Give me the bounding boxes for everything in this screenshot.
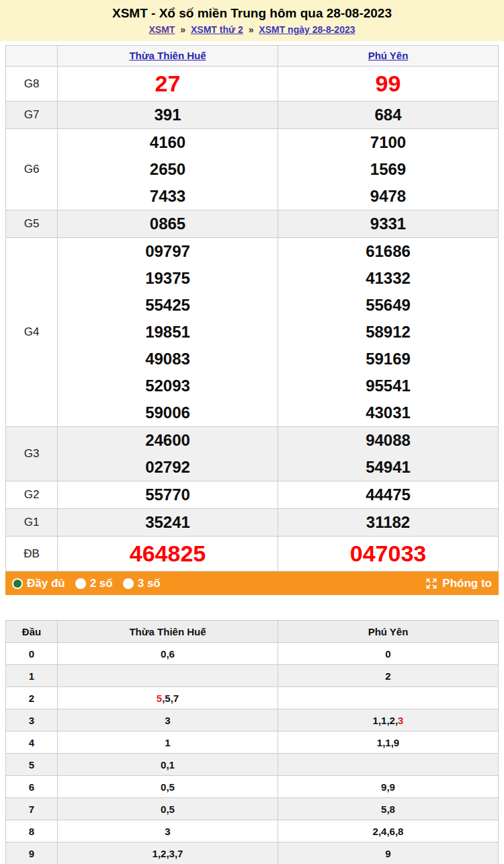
radio-option-2-so[interactable]: 2 số — [75, 577, 113, 590]
radio-label: Đầy đủ — [27, 577, 65, 590]
prize-number: 1569 — [278, 156, 498, 183]
prize-cell-hue: 416026507433 — [58, 129, 278, 210]
dau-value-highlight: 5 — [157, 693, 162, 704]
dau-digit: 3 — [6, 709, 58, 732]
prize-number: 55425 — [58, 292, 278, 319]
prize-number: 44475 — [278, 481, 498, 508]
prize-cell-hue: 27 — [58, 67, 278, 102]
radio-label: 2 số — [90, 577, 113, 590]
prize-number: 27 — [58, 67, 278, 101]
dau-cell-phu-yen: 1,1,9 — [278, 732, 499, 754]
prize-number: 61686 — [278, 238, 498, 265]
results-row-G4: G409797193755542519851490835209359006616… — [6, 238, 499, 427]
dau-row-5: 50,1 — [6, 754, 499, 776]
results-header-phu-yen-cell: Phú Yên — [278, 46, 499, 67]
prize-label: G5 — [6, 210, 58, 238]
dau-digit: 1 — [6, 665, 58, 687]
prize-number: 49083 — [58, 346, 278, 372]
prize-label: G4 — [6, 238, 58, 427]
dau-value: 1,1,2, — [373, 715, 398, 726]
prize-number: 55649 — [278, 292, 498, 319]
prize-cell-phu-yen: 710015699478 — [278, 129, 499, 210]
dau-header-digit-cell: Đầu — [6, 621, 58, 643]
breadcrumb: XSMT » XSMT thứ 2 » XSMT ngày 28-8-2023 — [0, 24, 504, 35]
prize-cell-phu-yen: 047033 — [278, 537, 499, 572]
prize-number: 59006 — [58, 399, 278, 426]
radio-icon[interactable] — [123, 578, 134, 589]
prize-number: 19375 — [58, 265, 278, 292]
dau-value: 5,8 — [381, 803, 395, 815]
dau-row-3: 331,1,2,3 — [6, 709, 499, 732]
breadcrumb-separator: » — [249, 24, 254, 35]
prize-cell-hue: 0865 — [58, 210, 278, 238]
zoom-button[interactable]: Phóng to — [425, 577, 492, 590]
dau-value: 0,5 — [161, 803, 175, 815]
prize-number: 7100 — [278, 129, 498, 156]
breadcrumb-link-xsmt-thu-2[interactable]: XSMT thứ 2 — [191, 24, 243, 35]
prize-label: G8 — [6, 67, 58, 102]
prize-number: 047033 — [278, 537, 498, 571]
prize-number: 24600 — [58, 427, 278, 454]
dau-cell-hue — [58, 665, 278, 687]
breadcrumb-link-xsmt-ngay[interactable]: XSMT ngày 28-8-2023 — [259, 24, 355, 35]
dau-cell-hue: 1 — [58, 732, 278, 754]
prize-cell-hue: 464825 — [58, 537, 278, 572]
dau-row-9: 91,2,3,79 — [6, 842, 499, 864]
dau-cell-phu-yen — [278, 687, 499, 709]
results-table: Thừa Thiên Huế Phú Yên G82799G7391684G64… — [5, 45, 499, 572]
dau-cell-hue: 3 — [58, 709, 278, 732]
results-row-G5: G508659331 — [6, 210, 499, 238]
prize-number: 0865 — [58, 210, 278, 237]
prize-number: 35241 — [58, 509, 278, 536]
results-row-ĐB: ĐB464825047033 — [6, 537, 499, 572]
dau-digit: 4 — [6, 732, 58, 754]
prize-number: 4160 — [58, 129, 278, 156]
prize-cell-phu-yen: 61686413325564958912591699554143031 — [278, 238, 499, 427]
prize-number: 54941 — [278, 454, 498, 481]
prize-cell-hue: 2460002792 — [58, 427, 278, 481]
dau-cell-hue: 0,5 — [58, 776, 278, 798]
prize-label: G2 — [6, 481, 58, 509]
prize-label: G7 — [6, 102, 58, 129]
radio-label: 3 số — [138, 577, 161, 590]
prize-label: G6 — [6, 129, 58, 210]
prize-number: 02792 — [58, 454, 278, 481]
prize-number: 55770 — [58, 481, 278, 508]
breadcrumb-separator: » — [180, 24, 185, 35]
prize-number: 41332 — [278, 265, 498, 292]
radio-icon[interactable] — [75, 578, 86, 589]
prize-number: 59169 — [278, 346, 498, 372]
prize-label: G3 — [6, 427, 58, 481]
page-header: XSMT - Xổ số miền Trung hôm qua 28-08-20… — [0, 0, 504, 41]
results-header-hue-cell: Thừa Thiên Huế — [58, 46, 278, 67]
province-link-phu-yen[interactable]: Phú Yên — [368, 50, 409, 61]
radio-icon[interactable] — [12, 578, 23, 589]
results-row-G6: G6416026507433710015699478 — [6, 129, 499, 210]
prize-number: 58912 — [278, 319, 498, 346]
dau-cell-phu-yen: 9,9 — [278, 776, 499, 798]
dau-value: 3 — [165, 826, 170, 837]
prize-number: 95541 — [278, 372, 498, 399]
province-link-thua-thien-hue[interactable]: Thừa Thiên Huế — [129, 50, 206, 61]
dau-digit: 2 — [6, 687, 58, 709]
radio-option-3-so[interactable]: 3 số — [123, 577, 161, 590]
dau-row-1: 12 — [6, 665, 499, 687]
dau-cell-phu-yen: 5,8 — [278, 798, 499, 820]
dau-value: 0 — [385, 648, 390, 660]
zoom-button-label: Phóng to — [442, 577, 492, 590]
dau-value: 9,9 — [381, 781, 395, 793]
breadcrumb-link-xsmt[interactable]: XSMT — [149, 24, 175, 35]
results-header-row: Thừa Thiên Huế Phú Yên — [6, 46, 499, 67]
radio-option-day-du[interactable]: Đầy đủ — [12, 577, 65, 590]
dau-row-0: 00,60 — [6, 643, 499, 665]
dau-header-row: Đầu Thừa Thiên Huế Phú Yên — [6, 621, 499, 643]
prize-number: 19851 — [58, 319, 278, 346]
dau-value: 9 — [385, 848, 390, 859]
prize-number: 31182 — [278, 509, 498, 536]
dau-cell-phu-yen: 2 — [278, 665, 499, 687]
prize-cell-hue: 09797193755542519851490835209359006 — [58, 238, 278, 427]
results-row-G3: G324600027929408854941 — [6, 427, 499, 481]
dau-cell-phu-yen: 2,4,6,8 — [278, 820, 499, 842]
dau-table-body: 00,601225,5,7331,1,2,3411,1,950,160,59,9… — [6, 643, 499, 864]
dau-cell-phu-yen — [278, 754, 499, 776]
